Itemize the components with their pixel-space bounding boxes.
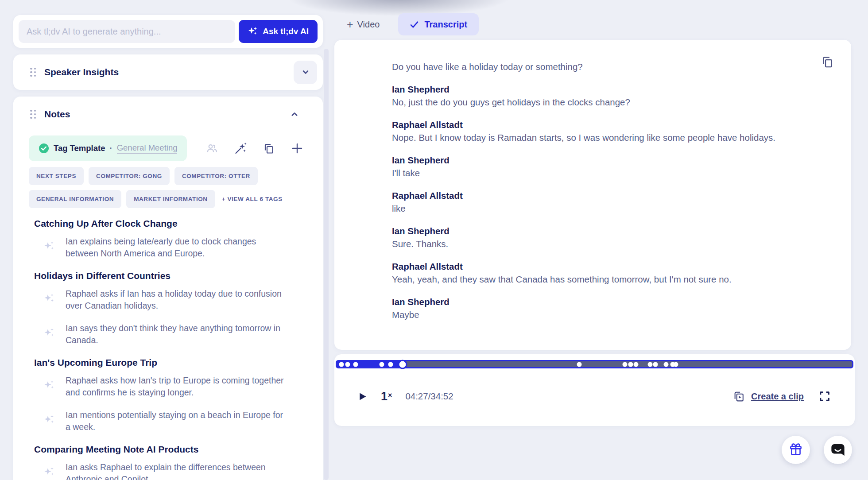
tag-template-row: Tag Template · General Meeting [29, 135, 307, 161]
notes-title: Notes [44, 109, 70, 120]
transcript-entry[interactable]: Raphael Allstadtlike [392, 189, 825, 215]
expand-speaker-insights-button[interactable] [294, 61, 317, 84]
transcript-text: Yeah, yeah, and they saw that Canada has… [392, 273, 782, 286]
play-button[interactable] [356, 391, 368, 402]
progress-marker[interactable] [664, 362, 669, 367]
playback-speed-button[interactable]: 1 × [381, 391, 392, 403]
progress-marker[interactable] [628, 362, 633, 367]
plus-icon: + [347, 20, 353, 29]
view-all-tags-button[interactable]: + VIEW ALL 6 TAGS [220, 190, 284, 208]
ai-prompt-bar: Ask tl;dv AI [13, 15, 323, 48]
note-bullet[interactable]: Ian explains being late/early due to clo… [43, 236, 305, 259]
transcript-text: Nope. But I know today is Ramadan starts… [392, 131, 782, 144]
chat-support-button[interactable] [824, 436, 852, 464]
ask-ai-button-label: Ask tl;dv AI [263, 27, 309, 36]
note-bullet[interactable]: Ian says they don't think they have anyt… [43, 322, 305, 346]
transcript-entry[interactable]: Ian ShepherdI'll take [392, 154, 825, 179]
note-bullet[interactable]: Raphael asks if Ian has a holiday today … [43, 288, 305, 312]
playhead[interactable] [398, 360, 407, 369]
transcript-entry[interactable]: Ian ShepherdMaybe [392, 295, 825, 321]
tag-pill[interactable]: MARKET INFORMATION [126, 190, 215, 208]
left-panel: Ask tl;dv AI Speaker Insights Notes [13, 15, 323, 480]
left-panel-scrollbar[interactable] [324, 49, 329, 480]
rewards-button[interactable] [782, 436, 810, 464]
transcript-line[interactable]: Do you have like a holiday today or some… [392, 60, 782, 73]
transcript-speaker: Ian Shepherd [392, 295, 825, 308]
tab-video-label: Video [357, 19, 380, 30]
add-note-button[interactable] [291, 142, 304, 155]
clip-icon [733, 390, 746, 403]
note-bullet[interactable]: Ian asks Raphael to explain the differen… [43, 461, 305, 480]
page: { "colors": { "accent_blue": "#272ae0", … [0, 0, 868, 480]
transcript-entry[interactable]: Ian ShepherdSure. Thanks. [392, 225, 825, 250]
transcript-list: Ian ShepherdNo, just the do you guys get… [392, 83, 825, 321]
chevron-up-icon [289, 108, 300, 120]
note-bullet-text: Ian mentions potentially staying on a be… [66, 409, 289, 433]
ai-notes-button[interactable] [234, 142, 247, 155]
progress-marker[interactable] [353, 362, 358, 367]
notes-card: Notes Tag Template · Gene [13, 97, 323, 480]
sparkle-icon [43, 379, 56, 391]
note-bullet-text: Raphael asks if Ian has a holiday today … [66, 288, 289, 312]
transcript-text: like [392, 202, 782, 215]
gift-icon [788, 442, 803, 457]
transcript-text: No, just the do you guys get holidays in… [392, 96, 782, 108]
tag-template-pill[interactable]: Tag Template · General Meeting [29, 135, 187, 161]
progress-marker[interactable] [633, 362, 638, 367]
ask-ai-button[interactable]: Ask tl;dv AI [239, 20, 318, 43]
magic-wand-icon [234, 142, 247, 155]
transcript-entry[interactable]: Ian ShepherdNo, just the do you guys get… [392, 83, 825, 108]
transcript-speaker: Ian Shepherd [392, 154, 825, 166]
tag-pill[interactable]: GENERAL INFORMATION [29, 190, 121, 208]
note-heading: Comparing Meeting Note AI Products [34, 444, 305, 455]
ai-prompt-input[interactable] [19, 20, 235, 43]
collapse-notes-button[interactable] [286, 108, 303, 120]
tag-pill[interactable]: COMPETITOR: GONG [89, 167, 170, 185]
transcript-speaker: Raphael Allstadt [392, 189, 825, 202]
drag-handle-icon[interactable] [30, 68, 36, 77]
check-icon [410, 20, 419, 29]
tag-pill[interactable]: NEXT STEPS [29, 167, 84, 185]
progress-marker[interactable] [648, 362, 653, 367]
progress-marker[interactable] [674, 362, 678, 367]
progress-marker[interactable] [653, 362, 658, 367]
transcript-entry[interactable]: Raphael AllstadtYeah, yeah, and they saw… [392, 260, 825, 286]
tab-transcript[interactable]: Transcript [398, 13, 479, 35]
copy-icon [263, 142, 275, 155]
note-bullet-text: Ian explains being late/early due to clo… [66, 236, 289, 259]
tags-list: NEXT STEPSCOMPETITOR: GONGCOMPETITOR: OT… [29, 167, 307, 208]
fullscreen-button[interactable] [819, 391, 830, 402]
transcript-panel: Do you have like a holiday today or some… [334, 40, 851, 350]
copy-notes-button[interactable] [263, 142, 275, 155]
drag-handle-icon[interactable] [30, 110, 36, 119]
transcript-text: Sure. Thanks. [392, 237, 782, 250]
sparkle-icon [43, 413, 56, 426]
progress-marker[interactable] [345, 362, 350, 367]
sparkle-icon [43, 292, 56, 304]
sparkle-icon [43, 240, 56, 252]
note-bullet[interactable]: Ian mentions potentially staying on a be… [43, 409, 305, 433]
progress-marker[interactable] [388, 362, 393, 367]
tab-video[interactable]: + Video [347, 19, 380, 30]
progress-marker[interactable] [623, 362, 628, 367]
progress-marker[interactable] [577, 362, 581, 367]
note-bullet[interactable]: Raphael asks how Ian's trip to Europe is… [43, 375, 305, 399]
people-button[interactable] [206, 142, 218, 155]
transcript-speaker: Raphael Allstadt [392, 118, 825, 131]
notes-toolbar [206, 142, 304, 155]
transcript-speaker: Ian Shepherd [392, 83, 825, 96]
progress-marker[interactable] [380, 362, 384, 367]
transcript-speaker: Raphael Allstadt [392, 260, 825, 273]
player-controls: 1 × 04:27/34:52 Create a clip [356, 385, 830, 407]
people-icon [206, 142, 218, 155]
create-clip-button[interactable]: Create a clip [733, 390, 804, 403]
plus-icon [291, 142, 304, 155]
tag-template-name-link[interactable]: General Meeting [117, 143, 178, 154]
tab-transcript-label: Transcript [424, 19, 467, 30]
progress-marker[interactable] [339, 362, 344, 367]
tag-pill[interactable]: COMPETITOR: OTTER [174, 167, 258, 185]
check-circle-icon [39, 143, 49, 154]
transcript-entry[interactable]: Raphael AllstadtNope. But I know today i… [392, 118, 825, 144]
note-heading: Ian's Upcoming Europe Trip [34, 357, 305, 368]
progress-bar[interactable] [336, 360, 853, 368]
